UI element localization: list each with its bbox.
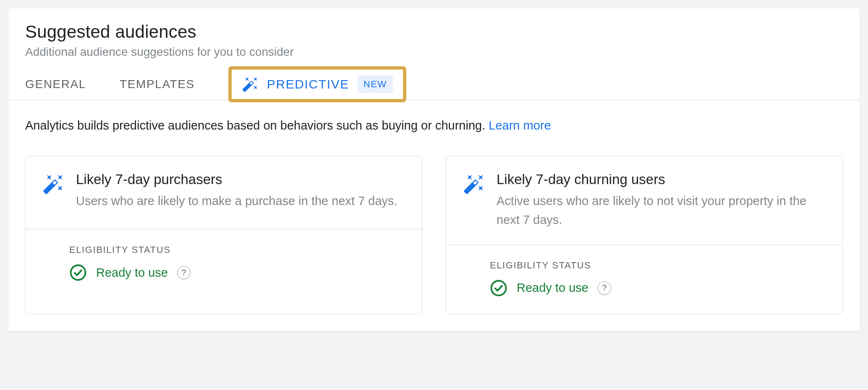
tab-label: TEMPLATES: [120, 78, 195, 91]
status-text: Ready to use: [517, 281, 588, 295]
card-text: Likely 7-day purchasers Users who are li…: [76, 172, 405, 211]
panel-header: Suggested audiences Additional audience …: [8, 8, 860, 100]
status-row: Ready to use ?: [490, 279, 826, 297]
tab-predictive[interactable]: PREDICTIVE NEW: [228, 66, 406, 102]
suggested-audiences-panel: Suggested audiences Additional audience …: [8, 8, 860, 331]
svg-point-0: [71, 265, 86, 280]
cards-container: Likely 7-day purchasers Users who are li…: [25, 156, 843, 314]
card-title: Likely 7-day churning users: [497, 172, 826, 187]
help-icon[interactable]: ?: [177, 266, 191, 279]
card-footer: ELIGIBILITY STATUS Ready to use ?: [446, 245, 842, 314]
eligibility-label: ELIGIBILITY STATUS: [490, 260, 826, 271]
page-subtitle: Additional audience suggestions for you …: [25, 45, 843, 59]
new-badge: NEW: [358, 75, 393, 93]
check-circle-icon: [490, 279, 507, 297]
audience-card-purchasers[interactable]: Likely 7-day purchasers Users who are li…: [25, 156, 422, 314]
magic-wand-icon: [463, 173, 485, 195]
card-description: Active users who are likely to not visit…: [497, 192, 826, 229]
card-body: Likely 7-day churning users Active users…: [446, 156, 842, 245]
card-title: Likely 7-day purchasers: [76, 172, 405, 187]
svg-point-1: [492, 281, 506, 295]
card-footer: ELIGIBILITY STATUS Ready to use ?: [26, 229, 422, 298]
magic-wand-icon: [242, 76, 259, 93]
magic-wand-icon: [42, 173, 64, 195]
page-title: Suggested audiences: [25, 22, 843, 42]
check-circle-icon: [69, 264, 87, 281]
help-icon[interactable]: ?: [598, 281, 611, 295]
tab-label: GENERAL: [25, 78, 86, 91]
intro-text: Analytics builds predictive audiences ba…: [25, 119, 843, 133]
tab-templates[interactable]: TEMPLATES: [120, 69, 195, 100]
eligibility-label: ELIGIBILITY STATUS: [69, 244, 405, 255]
audience-card-churning[interactable]: Likely 7-day churning users Active users…: [446, 156, 843, 314]
intro-description: Analytics builds predictive audiences ba…: [25, 119, 489, 132]
status-row: Ready to use ?: [69, 264, 405, 281]
tab-general[interactable]: GENERAL: [25, 69, 86, 100]
card-description: Users who are likely to make a purchase …: [76, 192, 405, 211]
card-text: Likely 7-day churning users Active users…: [497, 172, 826, 229]
tabs: GENERAL TEMPLATES PREDICTIVE NEW: [25, 69, 843, 100]
learn-more-link[interactable]: Learn more: [489, 119, 551, 132]
status-text: Ready to use: [96, 266, 168, 280]
tab-label: PREDICTIVE: [267, 77, 349, 91]
content-area: Analytics builds predictive audiences ba…: [8, 100, 860, 331]
card-body: Likely 7-day purchasers Users who are li…: [26, 156, 422, 229]
